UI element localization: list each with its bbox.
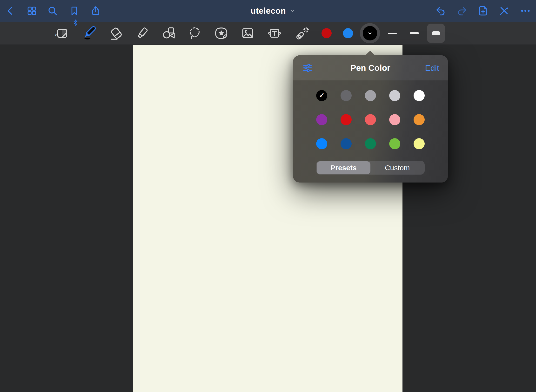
tool-bar: a [0, 22, 536, 45]
pen-color-button-red[interactable] [322, 28, 332, 38]
highlighter-tool[interactable] [134, 26, 149, 41]
color-swatch-coral[interactable] [365, 114, 376, 125]
color-swatch-dark-gray[interactable] [341, 90, 352, 101]
color-swatch-red[interactable] [341, 114, 352, 125]
share-icon[interactable] [90, 6, 101, 16]
pen-color-button-blue[interactable] [343, 28, 353, 38]
stroke-thick-preview [432, 31, 440, 35]
color-swatch-light-gray[interactable] [389, 90, 400, 101]
pen-color-button-black-selected[interactable] [360, 23, 380, 43]
stylus-disable-icon[interactable] [499, 5, 510, 16]
zoom-window-tool[interactable]: a [54, 26, 69, 41]
shapes-tool[interactable] [161, 26, 176, 41]
swatch-row [316, 138, 425, 149]
stickers-tool[interactable] [214, 26, 229, 41]
bluetooth-icon [73, 19, 78, 26]
stroke-thick-button[interactable] [427, 24, 445, 43]
pen-color-popover: Pen Color Edit ✓ PresetsCustom [293, 55, 448, 183]
undo-icon[interactable] [435, 5, 446, 16]
laser-pointer-tool[interactable] [295, 26, 309, 41]
app-screen: utelecon a [0, 0, 536, 392]
tab-custom[interactable]: Custom [370, 161, 424, 174]
color-swatch-white[interactable] [414, 90, 425, 101]
selected-color-swatch [363, 26, 377, 40]
document-title-menu[interactable]: utelecon [251, 6, 295, 16]
image-tool[interactable] [240, 26, 255, 41]
color-swatch-black[interactable]: ✓ [316, 90, 327, 101]
popover-header: Pen Color Edit [293, 55, 448, 80]
add-page-icon[interactable] [478, 5, 489, 16]
swatch-row [316, 114, 425, 125]
popover-title: Pen Color [350, 63, 390, 73]
color-swatch-navy-blue[interactable] [341, 138, 352, 149]
pen-tool[interactable] [81, 25, 97, 41]
bookmark-icon[interactable] [69, 6, 80, 16]
search-icon[interactable] [47, 5, 58, 16]
chevron-down-icon [290, 8, 295, 14]
redo-icon[interactable] [456, 5, 468, 16]
color-swatch-purple[interactable] [316, 114, 327, 125]
popup-swatch-grid: ✓ [293, 80, 448, 149]
chevron-down-icon [367, 30, 373, 36]
navigation-bar: utelecon [0, 0, 536, 22]
color-swatch-blue[interactable] [316, 138, 327, 149]
stroke-settings-icon[interactable] [302, 62, 313, 74]
check-icon: ✓ [319, 91, 324, 99]
text-tool[interactable] [267, 26, 282, 41]
tab-presets[interactable]: Presets [317, 161, 370, 174]
swatch-row: ✓ [316, 90, 425, 101]
presets-custom-segmented-control: PresetsCustom [316, 161, 425, 175]
back-icon[interactable] [5, 6, 15, 16]
color-swatch-pink[interactable] [389, 114, 400, 125]
toolbar-divider [318, 25, 318, 41]
color-swatch-green[interactable] [365, 138, 376, 149]
thumbnails-grid-icon[interactable] [27, 6, 37, 16]
stroke-thin-button[interactable] [388, 33, 397, 34]
color-swatch-light-green[interactable] [389, 138, 400, 149]
document-title: utelecon [251, 6, 286, 16]
lasso-tool[interactable] [187, 26, 202, 41]
stroke-medium-button[interactable] [410, 32, 419, 34]
edit-button[interactable]: Edit [425, 63, 439, 73]
color-swatch-yellow[interactable] [414, 138, 425, 149]
color-swatch-gray[interactable] [365, 90, 376, 101]
svg-text:a: a [55, 30, 58, 38]
toolbar-divider [72, 25, 72, 41]
more-icon[interactable] [520, 5, 531, 16]
eraser-tool[interactable] [108, 26, 123, 41]
color-swatch-orange[interactable] [414, 114, 425, 125]
